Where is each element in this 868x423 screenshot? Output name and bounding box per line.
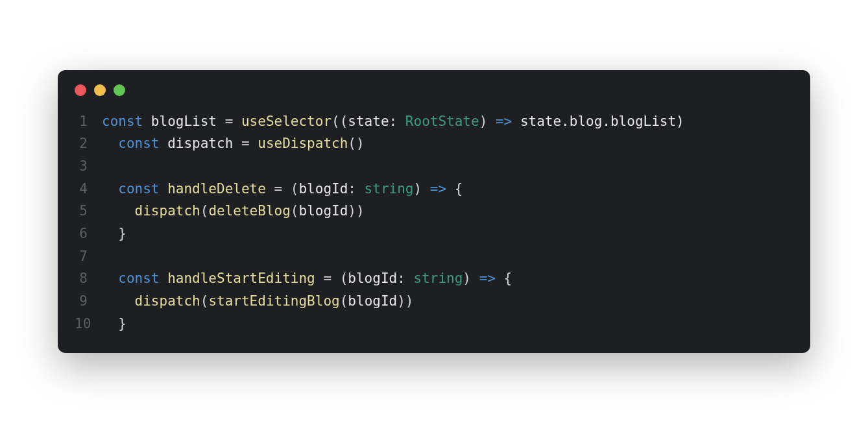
code-line-content[interactable]: dispatch(startEditingBlog(blogId))	[102, 290, 793, 313]
code-token	[102, 136, 118, 151]
code-token: )	[463, 271, 479, 286]
code-token: {	[446, 181, 463, 197]
code-line[interactable]: 5 dispatch(deleteBlog(blogId))	[75, 200, 793, 223]
code-token: string	[413, 271, 463, 286]
code-token: deleteBlog	[208, 203, 290, 219]
code-token: blogId	[348, 293, 397, 309]
code-token: (	[291, 203, 299, 219]
code-token: const	[118, 136, 167, 151]
code-token: (	[200, 203, 209, 219]
code-token: =>	[430, 181, 446, 197]
code-token: blogId	[348, 271, 397, 286]
code-token: blogId	[298, 203, 348, 219]
code-token: :	[389, 114, 405, 129]
code-token: = (	[266, 181, 299, 197]
code-token: =>	[479, 271, 496, 286]
code-token: {	[496, 271, 512, 286]
code-token	[102, 271, 118, 286]
code-line-content[interactable]: }	[102, 223, 793, 245]
code-line[interactable]: 9 dispatch(startEditingBlog(blogId))	[75, 290, 793, 313]
code-token: :	[348, 181, 364, 197]
code-line[interactable]: 4 const handleDelete = (blogId: string) …	[75, 178, 793, 200]
code-token: string	[365, 181, 414, 197]
code-token: (	[200, 293, 209, 309]
line-number: 8	[75, 267, 102, 290]
line-number: 7	[75, 245, 102, 268]
code-window: 1const blogList = useSelector((state: Ro…	[58, 70, 810, 353]
code-line[interactable]: 7	[75, 245, 793, 268]
code-token: handleDelete	[167, 181, 266, 197]
code-line[interactable]: 10 }	[75, 313, 793, 335]
code-line[interactable]: 1const blogList = useSelector((state: Ro…	[75, 110, 793, 133]
code-token: ))	[348, 203, 364, 219]
minimize-icon[interactable]	[94, 84, 106, 96]
code-line[interactable]: 8 const handleStartEditing = (blogId: st…	[75, 267, 793, 290]
code-token: }	[102, 226, 127, 241]
code-token: dispatch	[167, 136, 233, 151]
code-line-content[interactable]: const handleDelete = (blogId: string) =>…	[102, 178, 793, 200]
code-token: state.blog.blogList)	[512, 114, 684, 129]
code-token: const	[118, 181, 167, 197]
code-token	[102, 293, 135, 309]
code-token: :	[397, 271, 413, 286]
code-token: handleStartEditing	[167, 271, 315, 286]
code-token: =	[233, 136, 258, 151]
code-token: ))	[397, 293, 413, 309]
code-token: (	[340, 293, 348, 309]
code-token: ()	[348, 136, 364, 151]
code-token	[102, 203, 135, 219]
code-token: blogList	[151, 114, 217, 129]
line-number: 4	[75, 178, 102, 200]
code-token	[102, 181, 118, 197]
line-number: 6	[75, 223, 102, 245]
code-line-content[interactable]: }	[102, 313, 793, 335]
code-line-content[interactable]	[102, 155, 793, 178]
code-editor[interactable]: 1const blogList = useSelector((state: Ro…	[58, 103, 810, 335]
code-token: =>	[496, 114, 512, 129]
line-number: 2	[75, 132, 102, 155]
code-token: const	[102, 114, 151, 129]
code-token: const	[118, 271, 167, 286]
code-token: startEditingBlog	[208, 293, 339, 309]
window-titlebar	[58, 70, 810, 103]
code-token: RootState	[405, 114, 479, 129]
code-line[interactable]: 2 const dispatch = useDispatch()	[75, 132, 793, 155]
close-icon[interactable]	[75, 84, 86, 96]
code-token: )	[479, 114, 496, 129]
line-number: 3	[75, 155, 102, 178]
code-line-content[interactable]: dispatch(deleteBlog(blogId))	[102, 200, 793, 223]
code-token: ((	[332, 114, 348, 129]
line-number: 1	[75, 110, 102, 133]
code-token: dispatch	[135, 203, 200, 219]
code-token: }	[102, 316, 127, 332]
line-number: 9	[75, 290, 102, 313]
code-line[interactable]: 3	[75, 155, 793, 178]
code-token: useDispatch	[258, 136, 348, 151]
code-token: useSelector	[241, 114, 332, 129]
code-token: )	[413, 181, 429, 197]
code-token: = (	[315, 271, 348, 286]
maximize-icon[interactable]	[114, 84, 125, 96]
code-line-content[interactable]	[102, 245, 793, 268]
code-token: =	[217, 114, 241, 129]
code-line-content[interactable]: const dispatch = useDispatch()	[102, 132, 793, 155]
code-line-content[interactable]: const handleStartEditing = (blogId: stri…	[102, 267, 793, 290]
code-line-content[interactable]: const blogList = useSelector((state: Roo…	[102, 110, 793, 133]
code-token: dispatch	[135, 293, 200, 309]
line-number: 10	[75, 313, 102, 335]
code-line[interactable]: 6 }	[75, 223, 793, 245]
code-token: state	[348, 114, 389, 129]
line-number: 5	[75, 200, 102, 223]
code-token: blogId	[298, 181, 348, 197]
